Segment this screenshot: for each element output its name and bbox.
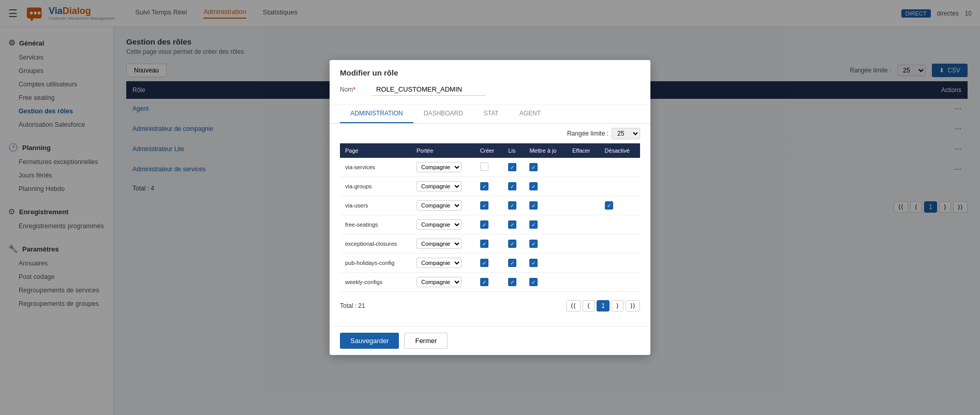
checkbox-update-free-seatings[interactable]: ✓: [529, 220, 538, 229]
modal-tabs: ADMINISTRATION DASHBOARD STAT AGENT: [330, 105, 650, 124]
modal-col-effacer: Effacer: [567, 143, 600, 158]
modal-range-label: Rangée limite :: [567, 130, 608, 137]
table-row: via-users Compagnie ✓ ✓ ✓ ✓: [340, 196, 640, 215]
modal-tab-stat[interactable]: STAT: [473, 105, 509, 123]
checkbox-create-weekly-configs[interactable]: ✓: [480, 278, 488, 286]
close-button[interactable]: Fermer: [404, 333, 448, 349]
table-row: exceptional-closures Compagnie ✓ ✓ ✓: [340, 234, 640, 254]
checkbox-create-pub-holidays[interactable]: ✓: [480, 259, 488, 267]
modal-tab-dashboard[interactable]: DASHBOARD: [413, 105, 473, 123]
scope-select-via-services[interactable]: Compagnie: [417, 162, 462, 172]
modal-pagination-prev[interactable]: ⟨: [583, 300, 595, 312]
checkbox-update-exceptional-closures[interactable]: ✓: [529, 240, 538, 248]
modal-tab-administration[interactable]: ADMINISTRATION: [340, 105, 413, 123]
checkbox-read-via-services[interactable]: ✓: [508, 163, 516, 171]
modal-permissions-table: Page Portée Créer Lis Mettre à jo Efface…: [340, 143, 640, 292]
checkbox-read-free-seatings[interactable]: ✓: [508, 220, 516, 229]
checkbox-read-via-users[interactable]: ✓: [508, 201, 516, 210]
modal-pagination-page1[interactable]: 1: [597, 300, 610, 312]
modal-form-row: Nom*: [340, 83, 640, 96]
page-weekly-configs: weekly-configs: [340, 273, 411, 292]
checkbox-read-pub-holidays[interactable]: ✓: [508, 259, 516, 267]
table-row: via-groups Compagnie ✓ ✓ ✓: [340, 177, 640, 196]
checkbox-create-via-groups[interactable]: ✓: [480, 182, 488, 190]
modal-header: Modifier un rôle Nom*: [330, 60, 650, 105]
modal-title: Modifier un rôle: [340, 68, 640, 77]
modal-col-portee: Portée: [411, 143, 475, 158]
table-row: pub-holidays-config Compagnie ✓ ✓ ✓: [340, 254, 640, 273]
page-via-users: via-users: [340, 196, 411, 215]
scope-select-via-users[interactable]: Compagnie: [417, 200, 462, 211]
form-name-input[interactable]: [372, 83, 486, 96]
table-row: free-seatings Compagnie ✓ ✓ ✓: [340, 215, 640, 234]
checkbox-update-via-services[interactable]: ✓: [529, 163, 538, 171]
modal-pagination-last[interactable]: ⟩⟩: [626, 300, 640, 312]
modal-range-row: Rangée limite : 25 50 100: [340, 124, 640, 143]
table-row: weekly-configs Compagnie ✓ ✓ ✓: [340, 273, 640, 292]
checkbox-update-via-groups[interactable]: ✓: [529, 182, 538, 190]
checkbox-update-pub-holidays[interactable]: ✓: [529, 259, 538, 267]
checkbox-update-weekly-configs[interactable]: ✓: [529, 278, 538, 286]
modal-total: Total : 21: [340, 297, 365, 315]
scope-select-exceptional-closures[interactable]: Compagnie: [417, 239, 462, 249]
scope-select-weekly-configs[interactable]: Compagnie: [417, 277, 462, 287]
modal-col-update: Mettre à jo: [524, 143, 567, 158]
checkbox-create-via-users[interactable]: ✓: [480, 201, 488, 210]
checkbox-read-exceptional-closures[interactable]: ✓: [508, 240, 516, 248]
checkbox-read-weekly-configs[interactable]: ✓: [508, 278, 516, 286]
page-free-seatings: free-seatings: [340, 215, 411, 234]
scope-select-free-seatings[interactable]: Compagnie: [417, 219, 462, 230]
checkbox-create-via-services[interactable]: [480, 162, 488, 171]
modal-range-select[interactable]: 25 50 100: [612, 128, 640, 139]
page-via-groups: via-groups: [340, 177, 411, 196]
modal-pagination-next[interactable]: ⟩: [612, 300, 623, 312]
required-star: *: [353, 86, 355, 93]
modal-overlay: Modifier un rôle Nom* ADMINISTRATION DAS…: [0, 0, 980, 415]
page-pub-holidays-config: pub-holidays-config: [340, 254, 411, 273]
modal-pagination-first[interactable]: ⟨⟨: [566, 300, 581, 312]
page-via-services: via-services: [340, 158, 411, 177]
save-button[interactable]: Sauvegarder: [340, 333, 399, 349]
modal-col-lis: Lis: [503, 143, 524, 158]
checkbox-disable-via-users[interactable]: ✓: [605, 201, 613, 210]
scope-select-via-groups[interactable]: Compagnie: [417, 181, 462, 191]
modal: Modifier un rôle Nom* ADMINISTRATION DAS…: [330, 60, 650, 355]
scope-select-pub-holidays[interactable]: Compagnie: [417, 258, 462, 268]
table-row: via-services Compagnie ✓ ✓: [340, 158, 640, 177]
form-name-label: Nom*: [340, 86, 366, 93]
modal-footer: Sauvegarder Fermer: [330, 326, 650, 355]
modal-col-desactive: Désactivé: [600, 143, 640, 158]
modal-body: Rangée limite : 25 50 100 Page Portée Cr…: [330, 124, 650, 326]
checkbox-create-free-seatings[interactable]: ✓: [480, 220, 488, 229]
modal-col-creer: Créer: [475, 143, 503, 158]
checkbox-read-via-groups[interactable]: ✓: [508, 182, 516, 190]
modal-col-page: Page: [340, 143, 411, 158]
page-exceptional-closures: exceptional-closures: [340, 234, 411, 254]
checkbox-create-exceptional-closures[interactable]: ✓: [480, 240, 488, 248]
modal-pagination: ⟨⟨ ⟨ 1 ⟩ ⟩⟩: [566, 296, 640, 316]
checkbox-update-via-users[interactable]: ✓: [529, 201, 538, 210]
modal-tab-agent[interactable]: AGENT: [509, 105, 551, 123]
